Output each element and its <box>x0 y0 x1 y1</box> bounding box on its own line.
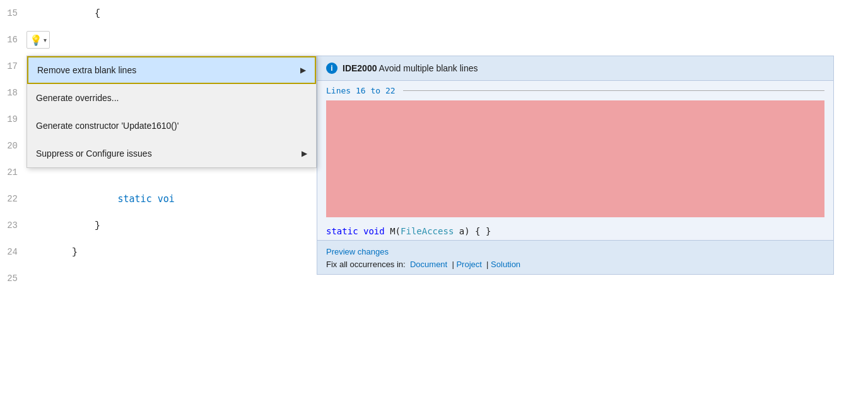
line-content-24: } <box>24 236 78 268</box>
line-number-18: 18 <box>0 88 24 98</box>
preview-title-code: IDE2000 <box>343 63 377 73</box>
line-number-20: 20 <box>0 141 24 151</box>
line-number-23: 23 <box>0 220 24 231</box>
menu-item-remove-blank-lines[interactable]: Remove extra blank lines ▶ <box>27 56 316 84</box>
dropdown-arrow-icon: ▾ <box>44 37 47 44</box>
keyword-void: void <box>363 226 385 236</box>
code-line-15: 15 { <box>0 0 868 27</box>
lines-range: Lines 16 to 22 <box>317 81 833 100</box>
fix-all-solution-link[interactable]: Solution <box>491 260 520 269</box>
fix-all-project-link[interactable]: Project <box>456 260 481 269</box>
keyword-static: static <box>326 226 358 236</box>
fix-all-document-link[interactable]: Document <box>410 260 447 269</box>
editor-container: 15 { 16 💡 ▾ 17 18 19 20 21 <box>0 0 868 396</box>
context-menu: Remove extra blank lines ▶ Generate over… <box>26 56 317 168</box>
line-number-22: 22 <box>0 194 24 204</box>
preview-title: IDE2000 Avoid multiple blank lines <box>343 63 478 73</box>
code-area: 15 { 16 💡 ▾ 17 18 19 20 21 <box>0 0 868 396</box>
info-icon: i <box>326 63 337 74</box>
preview-changes-link[interactable]: Preview changes <box>326 247 389 256</box>
preview-footer: Preview changes Fix all occurrences in: … <box>317 240 833 274</box>
preview-panel: i IDE2000 Avoid multiple blank lines Lin… <box>317 56 834 275</box>
fix-all-line: Fix all occurrences in: Document | Proje… <box>326 260 824 269</box>
line-content-15: { <box>24 0 100 30</box>
menu-item-suppress-configure[interactable]: Suppress or Configure issues ▶ <box>27 140 316 167</box>
menu-item-label-suppress-configure: Suppress or Configure issues <box>36 148 152 159</box>
line-number-25: 25 <box>0 273 24 284</box>
lightbulb-button[interactable]: 💡 ▾ <box>26 31 50 49</box>
type-fileaccess: FileAccess <box>401 226 454 236</box>
line-16-row: 16 💡 ▾ <box>0 27 868 53</box>
line-number-24: 24 <box>0 247 24 257</box>
menu-item-label-remove-blank-lines: Remove extra blank lines <box>37 65 136 75</box>
method-name: M( <box>390 226 401 236</box>
preview-code-highlight <box>326 100 824 217</box>
menu-item-generate-overrides[interactable]: Generate overrides... <box>27 84 316 112</box>
menu-arrow-remove-blank-lines: ▶ <box>300 66 306 75</box>
preview-title-text: Avoid multiple blank lines <box>379 63 478 73</box>
param-a: a) { } <box>454 226 491 236</box>
fix-all-prefix: Fix all occurrences in: <box>326 260 406 269</box>
lines-range-text: Lines 16 to 22 <box>326 86 396 95</box>
menu-item-generate-constructor[interactable]: Generate constructor 'Update1610()' <box>27 112 316 140</box>
preview-code-line: static void M(FileAccess a) { } <box>317 222 833 240</box>
line-number-17: 17 <box>0 61 24 71</box>
menu-item-label-generate-constructor: Generate constructor 'Update1610()' <box>36 121 179 131</box>
menu-item-label-generate-overrides: Generate overrides... <box>36 93 119 103</box>
preview-header: i IDE2000 Avoid multiple blank lines <box>317 56 833 81</box>
lines-range-divider <box>403 90 824 91</box>
lightbulb-icon: 💡 <box>30 34 42 46</box>
menu-arrow-suppress-configure: ▶ <box>302 149 307 158</box>
line-number-16: 16 <box>0 35 24 45</box>
line-number-15: 15 <box>0 8 24 18</box>
line-number-19: 19 <box>0 114 24 124</box>
line-number-21: 21 <box>0 167 24 177</box>
